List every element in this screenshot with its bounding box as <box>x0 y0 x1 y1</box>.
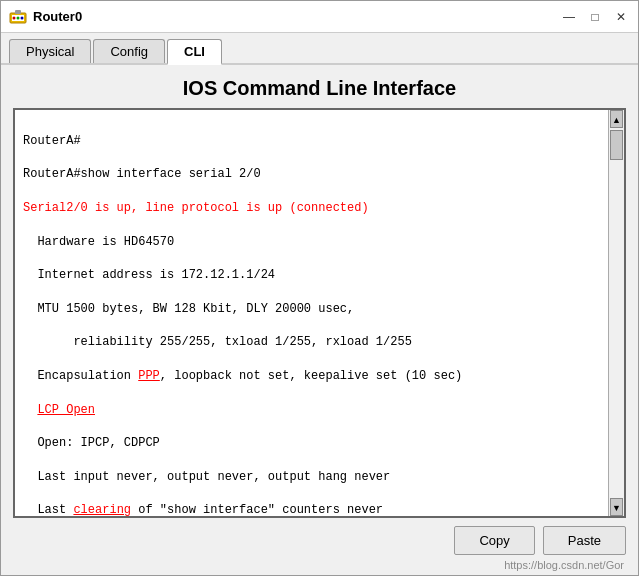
watermark: https://blog.csdn.net/Gor <box>1 559 638 575</box>
tab-physical[interactable]: Physical <box>9 39 91 63</box>
cli-line: Internet address is 172.12.1.1/24 <box>23 267 604 284</box>
cli-line: Serial2/0 is up, line protocol is up (co… <box>23 200 604 217</box>
svg-point-4 <box>21 16 24 19</box>
scroll-up-arrow[interactable]: ▲ <box>610 110 623 128</box>
scroll-thumb[interactable] <box>610 130 623 160</box>
scroll-down-arrow[interactable]: ▼ <box>610 498 623 516</box>
cli-line: Last input never, output never, output h… <box>23 469 604 486</box>
app-icon <box>9 8 27 26</box>
cli-line: RouterA# <box>23 133 604 150</box>
output-wrapper: RouterA# RouterA#show interface serial 2… <box>15 110 624 516</box>
tab-cli[interactable]: CLI <box>167 39 222 65</box>
tab-config[interactable]: Config <box>93 39 165 63</box>
window-controls: — □ ✕ <box>560 8 630 26</box>
svg-point-3 <box>17 16 20 19</box>
bottom-bar: Copy Paste <box>1 518 638 559</box>
button-area: Copy Paste <box>454 526 626 555</box>
cli-line: reliability 255/255, txload 1/255, rxloa… <box>23 334 604 351</box>
cli-line: LCP Open <box>23 402 604 419</box>
paste-button[interactable]: Paste <box>543 526 626 555</box>
cli-container: RouterA# RouterA#show interface serial 2… <box>13 108 626 518</box>
cli-line: MTU 1500 bytes, BW 128 Kbit, DLY 20000 u… <box>23 301 604 318</box>
page-title: IOS Command Line Interface <box>1 65 638 108</box>
close-button[interactable]: ✕ <box>612 8 630 26</box>
cli-line: Open: IPCP, CDPCP <box>23 435 604 452</box>
title-bar: Router0 — □ ✕ <box>1 1 638 33</box>
svg-rect-5 <box>15 10 21 14</box>
window-title: Router0 <box>33 9 560 24</box>
cli-line: Last clearing of "show interface" counte… <box>23 502 604 516</box>
cli-line: RouterA#show interface serial 2/0 <box>23 166 604 183</box>
svg-point-2 <box>13 16 16 19</box>
tab-bar: Physical Config CLI <box>1 33 638 65</box>
maximize-button[interactable]: □ <box>586 8 604 26</box>
cli-line: Encapsulation PPP, loopback not set, kee… <box>23 368 604 385</box>
main-window: Router0 — □ ✕ Physical Config CLI IOS Co… <box>0 0 639 576</box>
cli-output[interactable]: RouterA# RouterA#show interface serial 2… <box>15 110 624 516</box>
copy-button[interactable]: Copy <box>454 526 534 555</box>
minimize-button[interactable]: — <box>560 8 578 26</box>
cli-line: Hardware is HD64570 <box>23 234 604 251</box>
scrollbar[interactable]: ▲ ▼ <box>608 110 624 516</box>
